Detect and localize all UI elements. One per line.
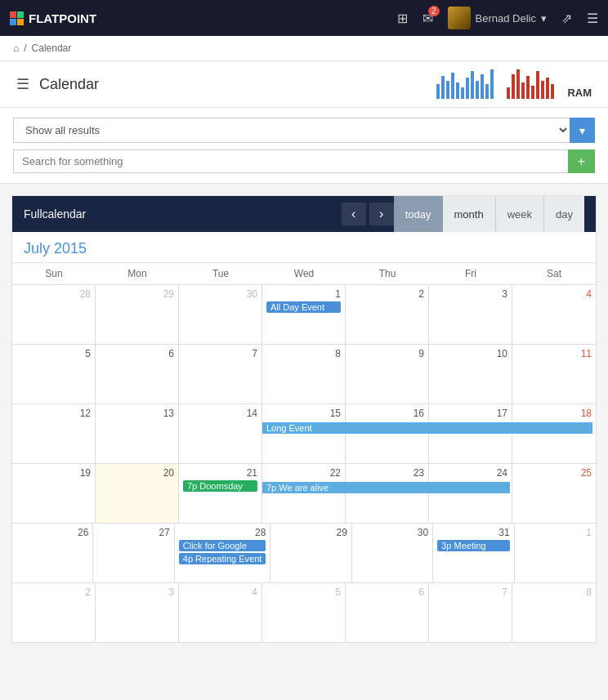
breadcrumb: ⌂ / Calendar xyxy=(0,36,608,61)
cal-cell[interactable]: 3 xyxy=(96,583,179,642)
event-we-are-alive[interactable]: 7p We are alive xyxy=(262,482,510,493)
mail-badge: 2 xyxy=(428,6,440,16)
top-navigation: FLATPOINT ⊞ ✉ 2 Bernad Delic ▾ ⇗ ☰ xyxy=(0,0,608,36)
share-icon[interactable]: ⇗ xyxy=(561,11,572,26)
cal-cell[interactable]: 23 xyxy=(346,464,429,523)
sidebar-toggle-icon[interactable]: ☰ xyxy=(16,75,29,93)
cal-cell[interactable]: 1 xyxy=(515,524,596,582)
chart-bars-blue xyxy=(436,69,494,99)
cal-cell[interactable]: 4 xyxy=(512,285,596,344)
day-sat: Sat xyxy=(512,263,596,284)
calendar-view-buttons: today month week day xyxy=(394,196,584,232)
avatar xyxy=(448,7,471,29)
cal-cell[interactable]: 18 xyxy=(512,404,596,463)
long-event[interactable]: Long Event xyxy=(262,422,592,434)
calendar-week-2: 5 6 7 8 9 10 11 xyxy=(12,345,596,404)
cal-cell[interactable]: 24 xyxy=(429,464,512,523)
cal-cell[interactable]: 11 xyxy=(512,345,596,404)
calendar-grid: Sun Mon Tue Wed Thu Fri Sat 28 29 30 1 A… xyxy=(12,262,596,642)
cal-cell[interactable]: 6 xyxy=(346,583,429,642)
cal-cell[interactable]: 7 xyxy=(429,583,512,642)
day-wed: Wed xyxy=(262,263,346,284)
day-thu: Thu xyxy=(346,263,429,284)
home-icon[interactable]: ⌂ xyxy=(13,42,19,54)
cal-cell[interactable]: 19 xyxy=(12,464,96,523)
calendar-week-3: 12 13 14 15 Long Event 16 17 18 xyxy=(12,404,596,464)
filter-dropdown-button[interactable]: ▾ xyxy=(570,118,595,143)
cal-cell[interactable]: 28 Click for Google 4p Repeating Event xyxy=(175,524,271,582)
cal-cell[interactable]: 8 xyxy=(262,345,346,404)
event-meeting[interactable]: 3p Meeting xyxy=(437,540,509,551)
cal-cell[interactable]: 27 xyxy=(93,524,174,582)
cal-cell[interactable]: 30 xyxy=(179,285,262,344)
chevron-down-icon: ▾ xyxy=(541,12,547,25)
view-day-button[interactable]: day xyxy=(543,196,584,232)
cal-cell[interactable]: 10 xyxy=(429,345,512,404)
cal-cell[interactable]: 30 xyxy=(352,524,433,582)
event[interactable]: All Day Event xyxy=(266,301,341,313)
filter-section: Show all results ▾ + xyxy=(0,108,608,184)
cal-cell[interactable]: 8 xyxy=(512,583,596,642)
page-header: ☰ Calendar RAM xyxy=(0,61,608,108)
event-repeating[interactable]: 4p Repeating Event xyxy=(179,553,266,564)
day-sun: Sun xyxy=(12,263,96,284)
cal-cell[interactable]: 17 xyxy=(429,404,512,463)
prev-button[interactable]: ‹ xyxy=(342,203,366,225)
filter-select-wrap: Show all results ▾ xyxy=(13,118,595,143)
cal-cell[interactable]: 14 xyxy=(179,404,262,463)
apps-icon[interactable]: ⊞ xyxy=(397,11,408,26)
cal-cell[interactable]: 2 xyxy=(12,583,96,642)
day-mon: Mon xyxy=(96,263,179,284)
page-title: Calendar xyxy=(39,76,436,93)
calendar-section: Fullcalendar ‹ › today month week day Ju… xyxy=(11,195,597,643)
cal-cell[interactable]: 26 xyxy=(12,524,93,582)
user-name: Bernad Delic xyxy=(476,12,536,25)
cal-cell[interactable]: 5 xyxy=(12,345,96,404)
cal-cell[interactable]: 29 xyxy=(270,524,351,582)
cal-cell[interactable]: 21 7p Doomsday xyxy=(179,464,262,523)
cal-cell[interactable]: 6 xyxy=(96,345,179,404)
cal-cell[interactable]: 22 7p We are alive xyxy=(262,464,346,523)
calendar-week-1: 28 29 30 1 All Day Event 2 3 4 xyxy=(12,285,596,345)
view-week-button[interactable]: week xyxy=(495,196,543,232)
cal-cell[interactable]: 5 xyxy=(262,583,346,642)
cal-cell[interactable]: 16 xyxy=(346,404,429,463)
chart-area: RAM xyxy=(436,69,592,99)
event-google[interactable]: Click for Google xyxy=(179,540,266,551)
view-today-button[interactable]: today xyxy=(394,196,443,232)
cal-cell[interactable]: 3 xyxy=(429,285,512,344)
calendar-header: Fullcalendar ‹ › today month week day xyxy=(12,196,596,232)
search-row: + xyxy=(13,149,595,173)
cal-cell-today[interactable]: 20 xyxy=(96,464,179,523)
cal-cell[interactable]: 4 xyxy=(179,583,262,642)
cal-cell[interactable]: 13 xyxy=(96,404,179,463)
view-month-button[interactable]: month xyxy=(443,196,495,232)
cal-cell[interactable]: 7 xyxy=(179,345,262,404)
chart-bars-red xyxy=(507,69,554,99)
menu-icon[interactable]: ☰ xyxy=(587,11,598,26)
app-logo[interactable]: FLATPOINT xyxy=(10,11,389,25)
cal-cell[interactable]: 31 3p Meeting xyxy=(433,524,514,582)
calendar-title: Fullcalendar xyxy=(24,207,342,221)
user-menu[interactable]: Bernad Delic ▾ xyxy=(448,7,547,29)
search-button[interactable]: + xyxy=(568,149,595,173)
calendar-navigation: ‹ › xyxy=(342,203,394,225)
mail-icon[interactable]: ✉ 2 xyxy=(422,11,433,26)
search-input[interactable] xyxy=(13,149,568,173)
event-doomsday[interactable]: 7p Doomsday xyxy=(183,480,257,492)
day-fri: Fri xyxy=(429,263,512,284)
cal-cell[interactable]: 1 All Day Event xyxy=(262,285,346,344)
calendar-week-4: 19 20 21 7p Doomsday 22 7p We are alive … xyxy=(12,464,596,524)
cal-cell[interactable]: 12 xyxy=(12,404,96,463)
filter-select[interactable]: Show all results xyxy=(13,118,570,143)
cal-cell[interactable]: 29 xyxy=(96,285,179,344)
cal-cell[interactable]: 28 xyxy=(12,285,96,344)
cal-cell[interactable]: 2 xyxy=(346,285,429,344)
breadcrumb-sep: / xyxy=(24,42,26,54)
calendar-weeks: 28 29 30 1 All Day Event 2 3 4 5 6 7 8 9… xyxy=(12,285,596,642)
month-label: July 2015 xyxy=(12,232,596,262)
cal-cell[interactable]: 15 Long Event xyxy=(262,404,346,463)
cal-cell[interactable]: 9 xyxy=(346,345,429,404)
cal-cell[interactable]: 25 xyxy=(512,464,596,523)
next-button[interactable]: › xyxy=(369,203,394,225)
